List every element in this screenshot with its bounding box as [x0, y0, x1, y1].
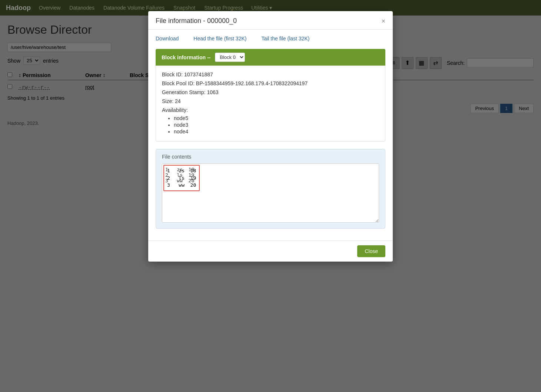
modal-overlay: File information - 000000_0 × Download H…	[0, 0, 541, 16]
file-info-modal: File information - 000000_0 × Download H…	[148, 11, 393, 16]
modal-header: File information - 000000_0 ×	[148, 11, 393, 16]
